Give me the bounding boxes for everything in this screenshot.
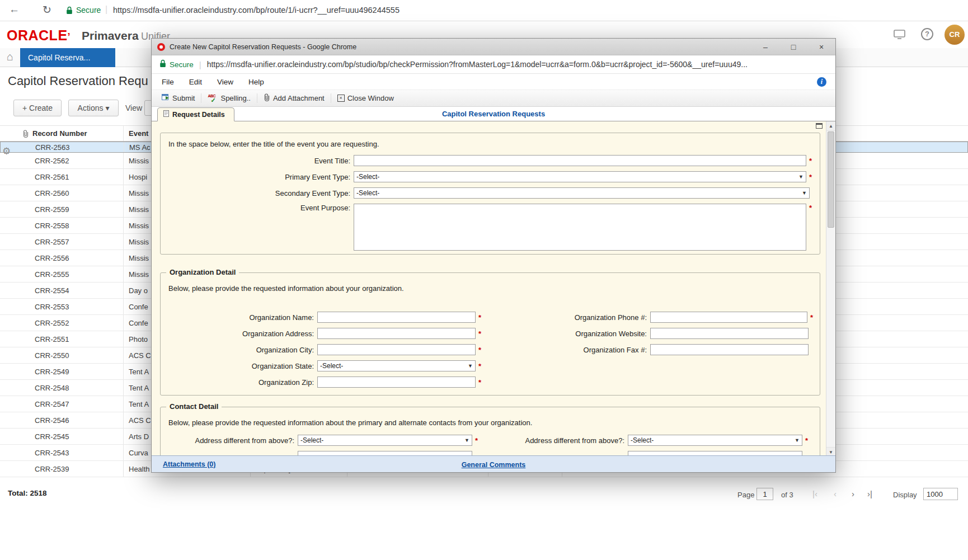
add-attachment-label: Add Attachment — [273, 94, 325, 102]
add-attachment-button[interactable]: Add Attachment — [260, 93, 328, 103]
menu-help[interactable]: Help — [248, 78, 264, 86]
dropdown-arrow-icon: ▼ — [464, 437, 469, 443]
actions-button[interactable]: Actions ▾ — [68, 100, 119, 116]
scrollbar-thumb[interactable] — [828, 131, 834, 228]
secure-label: Secure — [170, 60, 194, 69]
contact-section: Contact Detail Below, please provide the… — [160, 407, 820, 457]
maximize-icon[interactable]: □ — [779, 39, 807, 55]
display-count-input[interactable] — [923, 488, 958, 500]
organization-city-input[interactable] — [317, 344, 476, 355]
column-divider — [123, 347, 124, 363]
address-bar[interactable]: https://msdfa-unifier.oracleindustry.com… — [113, 6, 400, 15]
page-number-input[interactable] — [756, 488, 773, 500]
next-page-icon[interactable]: › — [852, 489, 854, 498]
home-icon[interactable]: ⌂ — [7, 50, 13, 63]
form-area: In the space below, enter the title of t… — [152, 121, 835, 457]
event-title-input[interactable] — [354, 155, 806, 166]
refresh-icon[interactable]: ↻ — [43, 3, 51, 16]
avatar[interactable]: CR — [944, 25, 965, 45]
required-marker: * — [475, 436, 478, 445]
toolbar-divider — [257, 93, 257, 103]
organization-address-input[interactable] — [317, 328, 476, 339]
record-number-cell: CRR-2563 — [35, 143, 69, 152]
secondary-event-type-select[interactable]: -Select-▼ — [354, 187, 810, 199]
last-page-icon[interactable]: ›| — [867, 489, 872, 498]
table-cell: Confe — [129, 303, 148, 311]
spelling-button[interactable]: ABC ✓ Spelling.. — [204, 94, 253, 102]
record-number-cell: CRR-2548 — [35, 384, 69, 392]
menu-edit[interactable]: Edit — [189, 78, 202, 86]
column-divider — [123, 250, 124, 266]
tab-capitol-reservation[interactable]: Capitol Reserva... — [20, 48, 115, 67]
submit-button[interactable]: Submit — [158, 93, 198, 103]
form-scrollbar[interactable]: ▲ ▼ — [826, 121, 835, 457]
column-divider — [124, 142, 124, 152]
general-comments-link[interactable]: General Comments — [462, 461, 526, 469]
table-cell: Missis — [129, 270, 149, 279]
column-divider — [123, 396, 124, 412]
dialog-tabstrip: Capitol Reservation Requests Request Det… — [152, 107, 835, 121]
monitor-icon[interactable] — [894, 30, 905, 41]
record-number-cell: CRR-2550 — [35, 351, 69, 360]
organization-zip-input[interactable] — [317, 377, 476, 388]
organization-fax-input[interactable] — [650, 344, 809, 355]
lock-icon — [66, 6, 73, 17]
record-number-cell: CRR-2539 — [35, 465, 69, 473]
dialog-address-bar: Secure | https://msdfa-unifier.oracleind… — [152, 55, 835, 74]
expand-icon[interactable] — [816, 123, 823, 129]
organization-name-label: Organization Name: — [168, 313, 317, 322]
table-cell: Confe — [129, 319, 148, 327]
primary-event-type-select[interactable]: -Select-▼ — [354, 171, 806, 182]
address-different-right-select[interactable]: -Select-▼ — [628, 435, 802, 446]
table-cell: Photo — [129, 335, 148, 343]
header-record-number[interactable]: Record Number — [32, 129, 87, 138]
record-number-cell: CRR-2558 — [35, 222, 69, 230]
table-cell: ACS C — [129, 416, 151, 425]
required-marker: * — [478, 330, 481, 338]
dropdown-arrow-icon: ▼ — [798, 174, 803, 180]
organization-address-label: Organization Address: — [168, 330, 317, 338]
address-different-left-select[interactable]: -Select-▼ — [298, 435, 472, 446]
menu-file[interactable]: File — [162, 78, 174, 86]
primavera-logo: Primavera — [82, 29, 139, 43]
page-label: Page — [737, 491, 754, 499]
record-number-cell: CRR-2561 — [35, 173, 69, 181]
gear-icon[interactable]: ⚙ — [2, 145, 11, 157]
close-window-button[interactable]: × Close Window — [334, 94, 397, 102]
column-divider — [123, 429, 124, 444]
column-divider — [123, 380, 124, 396]
info-icon[interactable]: i — [817, 77, 826, 87]
organization-website-input[interactable] — [650, 328, 809, 339]
minimize-icon[interactable]: – — [751, 39, 779, 55]
organization-fax-label: Organization Fax #: — [491, 346, 650, 354]
column-divider — [123, 412, 124, 428]
organization-state-select[interactable]: -Select-▼ — [317, 360, 476, 371]
scroll-up-icon[interactable]: ▲ — [826, 121, 835, 131]
table-cell: Missis — [129, 222, 149, 230]
dialog-menubar: File Edit View Help i — [152, 74, 835, 90]
create-button[interactable]: + Create — [13, 100, 62, 116]
header-event[interactable]: Event — [129, 129, 148, 138]
dialog-toolbar: Submit ABC ✓ Spelling.. Add Attachment × — [152, 90, 835, 107]
event-purpose-textarea[interactable] — [354, 204, 806, 251]
previous-page-icon[interactable]: ‹ — [834, 489, 837, 498]
organization-name-input[interactable] — [317, 312, 476, 323]
menu-view[interactable]: View — [217, 78, 233, 86]
table-cell: Tent A — [129, 384, 149, 392]
help-icon[interactable]: ? — [921, 28, 933, 40]
close-icon[interactable]: × — [807, 39, 835, 55]
table-cell: Tent A — [129, 368, 149, 376]
table-cell: Missis — [129, 205, 149, 214]
dialog-url[interactable]: https://msdfa-unifier.oracleindustry.com… — [207, 60, 835, 69]
organization-phone-input[interactable] — [650, 312, 807, 323]
record-number-cell: CRR-2546 — [35, 416, 69, 425]
dialog-titlebar[interactable]: Create New Capitol Reservation Requests … — [152, 39, 835, 55]
address-different-right-label: Address different from above?: — [491, 436, 628, 445]
organization-city-label: Organization City: — [168, 346, 317, 354]
back-icon[interactable]: ← — [9, 3, 20, 16]
spelling-label: Spelling.. — [220, 94, 250, 102]
tab-request-details[interactable]: Request Details — [157, 107, 234, 121]
first-page-icon[interactable]: |‹ — [812, 489, 817, 498]
required-marker: * — [809, 204, 812, 212]
required-marker: * — [809, 157, 812, 165]
